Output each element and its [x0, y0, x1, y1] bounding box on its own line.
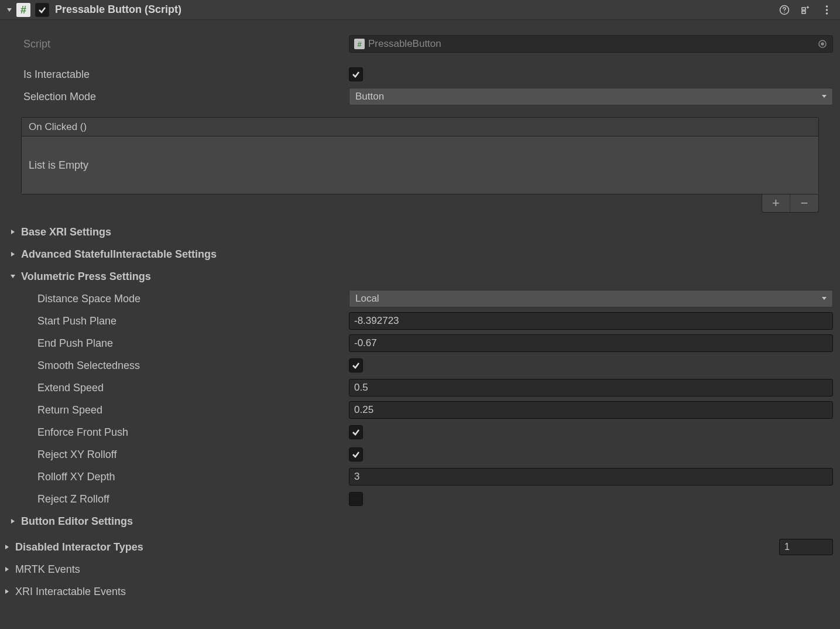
- reject-xy-rolloff-row: Reject XY Rolloff: [0, 443, 840, 466]
- rolloff-xy-depth-label: Rolloff XY Depth: [37, 471, 349, 483]
- reject-xy-rolloff-label: Reject XY Rolloff: [37, 449, 349, 461]
- distance-space-mode-label: Distance Space Mode: [37, 293, 349, 305]
- enforce-front-push-checkbox[interactable]: [349, 425, 363, 439]
- dropdown-arrow-icon: [821, 91, 828, 102]
- disabled-interactor-count[interactable]: [779, 539, 833, 555]
- reject-xy-rolloff-checkbox[interactable]: [349, 447, 363, 462]
- mrtk-events-label: MRTK Events: [15, 563, 80, 576]
- component-enable-checkbox[interactable]: [35, 3, 49, 17]
- start-push-plane-input[interactable]: [349, 312, 833, 330]
- on-clicked-header: On Clicked (): [22, 118, 818, 136]
- foldout-arrow-icon: [8, 272, 18, 281]
- selection-mode-row: Selection Mode Button: [0, 86, 840, 108]
- foldout-arrow-icon: [8, 227, 18, 237]
- smooth-selectedness-row: Smooth Selectedness: [0, 354, 840, 377]
- start-push-plane-label: Start Push Plane: [37, 315, 349, 327]
- script-name: PressableButton: [368, 38, 441, 50]
- rolloff-xy-depth-input[interactable]: [349, 468, 833, 486]
- svg-rect-2: [802, 8, 805, 10]
- reject-z-rolloff-checkbox[interactable]: [349, 492, 363, 506]
- volumetric-press-label: Volumetric Press Settings: [21, 271, 151, 283]
- xri-events-foldout[interactable]: XRI Interactable Events: [0, 580, 840, 603]
- script-label: Script: [23, 38, 349, 50]
- component-title: Pressable Button (Script): [55, 4, 778, 16]
- button-editor-foldout[interactable]: Button Editor Settings: [0, 510, 840, 532]
- end-push-plane-label: End Push Plane: [37, 337, 349, 350]
- return-speed-row: Return Speed: [0, 399, 840, 421]
- svg-rect-3: [802, 11, 805, 13]
- selection-mode-dropdown[interactable]: Button: [349, 88, 833, 105]
- mrtk-events-foldout[interactable]: MRTK Events: [0, 558, 840, 580]
- menu-icon[interactable]: [820, 4, 833, 16]
- smooth-selectedness-checkbox[interactable]: [349, 358, 363, 372]
- event-add-button[interactable]: +: [762, 194, 790, 212]
- svg-point-4: [825, 5, 828, 8]
- button-editor-label: Button Editor Settings: [21, 515, 133, 528]
- foldout-arrow-icon: [8, 249, 18, 259]
- xri-events-label: XRI Interactable Events: [15, 586, 126, 598]
- event-remove-button[interactable]: −: [790, 194, 818, 212]
- svg-point-5: [825, 9, 828, 11]
- script-object-field[interactable]: # PressableButton: [349, 35, 833, 53]
- enforce-front-push-row: Enforce Front Push: [0, 421, 840, 443]
- is-interactable-checkbox[interactable]: [349, 67, 363, 81]
- extend-speed-row: Extend Speed: [0, 377, 840, 399]
- return-speed-input[interactable]: [349, 401, 833, 419]
- on-clicked-body: List is Empty: [22, 136, 818, 194]
- preset-icon[interactable]: [799, 4, 812, 16]
- selection-mode-value: Button: [355, 91, 384, 102]
- disabled-interactor-foldout[interactable]: Disabled Interactor Types: [0, 536, 840, 558]
- foldout-arrow-icon: [8, 517, 18, 526]
- distance-space-mode-dropdown[interactable]: Local: [349, 290, 833, 307]
- base-xri-foldout[interactable]: Base XRI Settings: [0, 221, 840, 243]
- foldout-arrow-icon: [2, 565, 12, 574]
- end-push-plane-input[interactable]: [349, 334, 833, 352]
- svg-point-1: [784, 12, 785, 13]
- return-speed-label: Return Speed: [37, 404, 349, 416]
- event-footer: + −: [21, 194, 819, 213]
- distance-space-mode-row: Distance Space Mode Local: [0, 288, 840, 310]
- enforce-front-push-label: Enforce Front Push: [37, 426, 349, 439]
- volumetric-press-foldout[interactable]: Volumetric Press Settings: [0, 265, 840, 288]
- extend-speed-input[interactable]: [349, 379, 833, 396]
- disabled-interactor-label: Disabled Interactor Types: [15, 541, 143, 553]
- reject-z-rolloff-label: Reject Z Rolloff: [37, 493, 349, 505]
- svg-point-6: [825, 12, 828, 15]
- is-interactable-row: Is Interactable: [0, 63, 840, 86]
- extend-speed-label: Extend Speed: [37, 382, 349, 394]
- reject-z-rolloff-row: Reject Z Rolloff: [0, 488, 840, 510]
- foldout-arrow-icon: [2, 542, 12, 552]
- rolloff-xy-depth-row: Rolloff XY Depth: [0, 466, 840, 488]
- svg-point-8: [821, 43, 824, 45]
- base-xri-label: Base XRI Settings: [21, 226, 111, 238]
- help-icon[interactable]: [778, 4, 791, 16]
- component-header: # Pressable Button (Script): [0, 0, 840, 20]
- advanced-stateful-label: Advanced StatefulInteractable Settings: [21, 248, 217, 261]
- dropdown-arrow-icon: [821, 293, 828, 305]
- smooth-selectedness-label: Smooth Selectedness: [37, 360, 349, 372]
- distance-space-mode-value: Local: [355, 293, 379, 305]
- object-picker-icon[interactable]: [817, 39, 828, 49]
- script-hash-icon: #: [354, 39, 365, 49]
- advanced-stateful-foldout[interactable]: Advanced StatefulInteractable Settings: [0, 243, 840, 265]
- start-push-plane-row: Start Push Plane: [0, 310, 840, 332]
- foldout-arrow-icon: [2, 587, 12, 596]
- selection-mode-label: Selection Mode: [23, 91, 349, 103]
- script-row: Script # PressableButton: [0, 33, 840, 55]
- is-interactable-label: Is Interactable: [23, 69, 349, 81]
- script-component-icon: #: [16, 3, 30, 17]
- end-push-plane-row: End Push Plane: [0, 332, 840, 354]
- component-foldout-arrow[interactable]: [5, 5, 14, 15]
- on-clicked-event: On Clicked () List is Empty: [21, 117, 819, 194]
